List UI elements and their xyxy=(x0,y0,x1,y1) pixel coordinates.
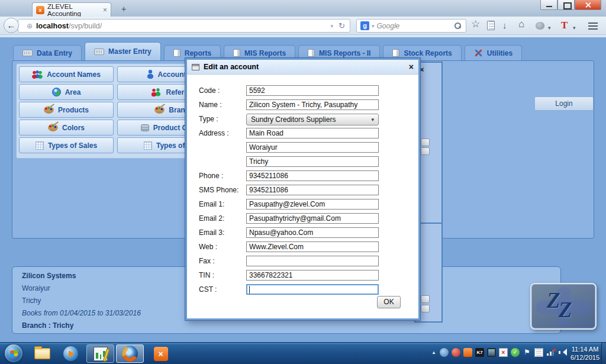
ok-button[interactable]: OK xyxy=(377,296,401,308)
report-icon xyxy=(308,49,315,57)
tab-label: Reports xyxy=(185,49,211,57)
address3-input[interactable] xyxy=(246,156,379,167)
palette-icon xyxy=(154,106,165,114)
type-selected-value: Sundry Creditors Suppliers xyxy=(251,115,336,124)
tray-k7-antivirus-icon[interactable]: K7 xyxy=(475,348,484,357)
action-center-flag-icon[interactable]: ⚑ xyxy=(523,348,531,357)
windows-flag-icon xyxy=(10,350,18,357)
name-input[interactable] xyxy=(246,99,379,110)
background-dialog-button[interactable] xyxy=(421,138,430,146)
close-window-button[interactable] xyxy=(575,0,601,10)
show-desktop-button[interactable] xyxy=(601,343,606,364)
system-tray: ▴ K7 × ✓ ⚑ × xyxy=(431,348,567,357)
engine-dropdown-icon[interactable]: ▾ xyxy=(372,23,375,29)
tray-display-icon[interactable] xyxy=(487,348,496,357)
web-input[interactable] xyxy=(246,241,379,252)
background-dialog-button[interactable] xyxy=(421,295,430,303)
login-button[interactable]: Login xyxy=(534,96,594,111)
email1-input[interactable] xyxy=(246,199,379,210)
tab-label: Utilities xyxy=(487,49,512,57)
button-label: Colors xyxy=(62,124,85,132)
url-dropdown-icon[interactable]: ▾ xyxy=(331,23,334,29)
dialog-titlebar[interactable]: Edit an account × xyxy=(187,60,418,75)
tray-red-circle-icon[interactable] xyxy=(452,348,460,357)
background-dialog-button[interactable] xyxy=(421,147,430,155)
tray-xampp-icon[interactable] xyxy=(463,348,472,357)
address2-input[interactable] xyxy=(246,142,379,153)
clock-date: 6/12/2015 xyxy=(570,353,599,362)
keyboard-icon xyxy=(94,49,104,55)
email1-label: Email 1: xyxy=(199,199,224,210)
network-icon[interactable]: × xyxy=(546,348,555,357)
code-input[interactable] xyxy=(246,85,379,96)
products-button[interactable]: Products xyxy=(19,102,114,118)
tab-data-entry[interactable]: Data Entry xyxy=(13,45,82,60)
search-bar[interactable]: g ▾ xyxy=(356,19,466,33)
dialog-close-icon[interactable]: × xyxy=(409,63,414,71)
show-hidden-icons[interactable]: ▴ xyxy=(431,348,437,357)
addon-dropdown-icon[interactable]: ▾ xyxy=(548,23,551,33)
taskbar-clock[interactable]: 11:14 AM 6/12/2015 xyxy=(570,345,599,362)
tray-error-icon[interactable]: × xyxy=(499,348,508,357)
type-label: Type : xyxy=(199,114,218,124)
palette-icon xyxy=(48,124,58,131)
media-player-icon xyxy=(63,346,78,361)
colors-button[interactable]: Colors xyxy=(19,120,114,136)
button-label: Bran xyxy=(169,106,185,114)
minimize-button[interactable] xyxy=(540,0,557,10)
t-addon-icon[interactable]: T xyxy=(561,20,568,31)
name-label: Name : xyxy=(199,99,222,110)
taskbar-media-player[interactable] xyxy=(57,344,85,363)
tin-input[interactable] xyxy=(246,270,379,281)
tray-security-shield-icon[interactable]: ✓ xyxy=(511,348,520,357)
branch-label: Branch : Trichy xyxy=(22,320,551,332)
clock-time: 11:14 AM xyxy=(570,345,599,353)
home-icon[interactable]: ⌂ xyxy=(518,20,524,29)
taskbar-chart-app[interactable] xyxy=(86,344,114,363)
tab-close-icon[interactable]: × xyxy=(103,7,107,14)
background-dialog-button[interactable] xyxy=(421,305,430,313)
start-button[interactable] xyxy=(5,344,22,362)
sms-phone-input[interactable] xyxy=(246,185,379,195)
bookmark-star-icon[interactable]: ☆ xyxy=(471,20,480,29)
type-select[interactable]: Sundry Creditors Suppliers ▾ xyxy=(246,114,379,125)
email3-input[interactable] xyxy=(246,227,379,238)
account-names-button[interactable]: Account Names xyxy=(19,66,114,82)
fax-input[interactable] xyxy=(246,256,379,266)
tab-master-entry[interactable]: Master Entry xyxy=(85,42,161,60)
people-icon xyxy=(32,70,43,79)
browser-tab[interactable]: x ZLEVEL Accounting × xyxy=(32,2,111,17)
back-button[interactable]: ← xyxy=(4,18,19,33)
menu-icon[interactable] xyxy=(588,22,598,30)
addon-icon[interactable] xyxy=(536,22,544,30)
email2-label: Email 2: xyxy=(199,213,224,224)
area-button[interactable]: Area xyxy=(19,84,114,100)
desktop-screen: x ZLEVEL Accounting × + ← ⊕ localhost /s… xyxy=(0,0,606,364)
bookmarks-menu-icon[interactable] xyxy=(487,21,495,30)
tab-utilities[interactable]: Utilities xyxy=(465,45,522,60)
new-tab-button[interactable]: + xyxy=(116,5,131,15)
cst-input[interactable] xyxy=(246,284,379,295)
tab-label: MIS Reports xyxy=(244,49,286,57)
tray-swirl-icon[interactable] xyxy=(440,348,449,357)
taskbar-xampp[interactable]: × xyxy=(147,344,175,363)
search-icon[interactable] xyxy=(454,22,461,29)
background-dialog-close-icon[interactable]: × xyxy=(420,66,424,73)
email2-input[interactable] xyxy=(246,213,379,224)
taskbar-explorer[interactable] xyxy=(28,344,56,363)
phone-input[interactable] xyxy=(246,170,379,181)
address-label: Address : xyxy=(199,128,229,138)
tray-notes-icon[interactable] xyxy=(534,348,543,357)
address1-input[interactable] xyxy=(246,128,379,138)
types-of-sales-button[interactable]: Types of Sales xyxy=(19,137,114,153)
url-bar[interactable]: ⊕ localhost /svp/build/ ▾ ↻ xyxy=(18,19,350,33)
reload-icon[interactable]: ↻ xyxy=(339,21,345,30)
t-dropdown-icon[interactable]: ▾ xyxy=(573,23,576,33)
volume-icon[interactable] xyxy=(558,348,567,357)
logo-letter: Z xyxy=(559,297,572,323)
taskbar-firefox[interactable] xyxy=(116,344,144,363)
maximize-button[interactable] xyxy=(557,0,575,10)
search-input[interactable] xyxy=(377,22,452,30)
downloads-icon[interactable]: ↓ xyxy=(502,21,507,30)
grid-icon xyxy=(144,141,152,150)
